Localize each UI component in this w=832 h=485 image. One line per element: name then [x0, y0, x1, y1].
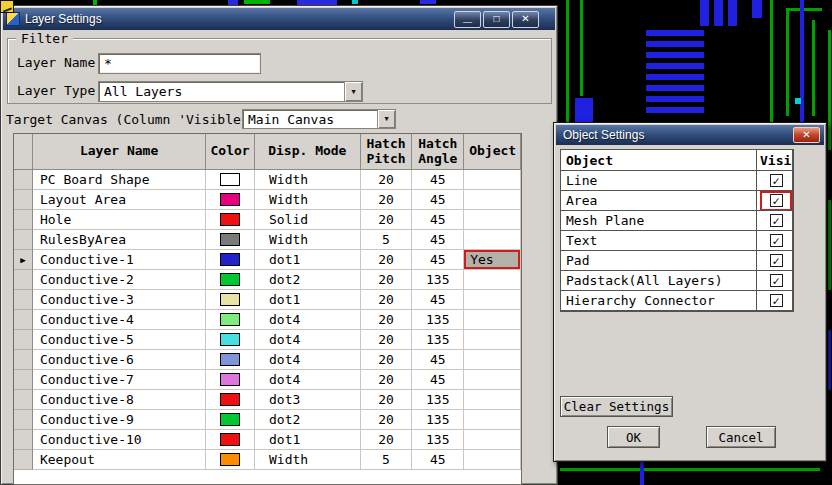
disp-mode-cell[interactable]: dot4 [255, 350, 361, 370]
object-settings-cell[interactable] [464, 230, 521, 250]
target-canvas-dropdown[interactable]: Main Canvas ▼ [242, 109, 396, 129]
close-button[interactable]: ✕ [793, 127, 820, 143]
object-settings-cell[interactable] [464, 210, 521, 230]
object-row[interactable]: Pad✓ [561, 251, 793, 271]
layer-row[interactable]: ▶Conductive-1dot12045Yes [14, 250, 521, 270]
color-swatch[interactable] [220, 393, 240, 406]
object-row[interactable]: Padstack(All Layers)✓ [561, 271, 793, 291]
hatch-angle-cell[interactable]: 45 [412, 210, 464, 230]
hatch-angle-cell[interactable]: 45 [412, 230, 464, 250]
hatch-pitch-cell[interactable]: 20 [361, 270, 413, 290]
row-selector[interactable] [14, 310, 33, 330]
cancel-button[interactable]: Cancel [706, 426, 776, 448]
layer-type-dropdown[interactable]: All Layers ▼ [98, 81, 363, 102]
object-settings-cell[interactable] [464, 350, 521, 370]
hatch-pitch-cell[interactable]: 5 [361, 230, 413, 250]
object-row[interactable]: Area✓ [561, 191, 793, 211]
object-settings-cell[interactable] [464, 310, 521, 330]
hatch-pitch-column-header[interactable]: Hatch Pitch [361, 134, 413, 170]
color-column-header[interactable]: Color [206, 134, 255, 170]
hatch-pitch-cell[interactable]: 5 [361, 450, 413, 470]
layer-row[interactable]: Conductive-8dot320135 [14, 390, 521, 410]
object-column-header[interactable]: Object [464, 134, 521, 170]
object-settings-cell[interactable] [464, 190, 521, 210]
hatch-angle-cell[interactable]: 45 [412, 170, 464, 190]
hatch-pitch-cell[interactable]: 20 [361, 250, 413, 270]
object-settings-cell[interactable] [464, 450, 521, 470]
row-selector[interactable] [14, 270, 33, 290]
color-swatch[interactable] [220, 273, 240, 286]
hatch-angle-cell[interactable]: 45 [412, 350, 464, 370]
object-settings-cell[interactable] [464, 290, 521, 310]
layer-settings-titlebar[interactable]: Layer Settings — □ ✕ [3, 8, 555, 30]
hatch-pitch-cell[interactable]: 20 [361, 390, 413, 410]
object-settings-cell[interactable] [464, 330, 521, 350]
color-swatch[interactable] [220, 433, 240, 446]
visible-checkbox[interactable]: ✓ [770, 274, 783, 287]
visible-column-header[interactable]: Visible [757, 150, 793, 171]
row-selector[interactable] [14, 350, 33, 370]
hatch-angle-cell[interactable]: 135 [412, 270, 464, 290]
clear-settings-button[interactable]: Clear Settings [560, 396, 673, 417]
object-settings-cell[interactable]: Yes [464, 250, 521, 270]
object-row[interactable]: Line✓ [561, 171, 793, 191]
layer-row[interactable]: Layout AreaWidth2045 [14, 190, 521, 210]
hatch-angle-cell[interactable]: 45 [412, 290, 464, 310]
hatch-pitch-cell[interactable]: 20 [361, 290, 413, 310]
hatch-angle-cell[interactable]: 135 [412, 430, 464, 450]
disp-mode-cell[interactable]: dot4 [255, 310, 361, 330]
disp-mode-cell[interactable]: Solid [255, 210, 361, 230]
color-swatch[interactable] [220, 233, 240, 246]
row-selector[interactable] [14, 390, 33, 410]
color-swatch[interactable] [220, 453, 240, 466]
hatch-pitch-cell[interactable]: 20 [361, 430, 413, 450]
object-settings-cell[interactable] [464, 390, 521, 410]
disp-mode-cell[interactable]: dot3 [255, 390, 361, 410]
hatch-pitch-cell[interactable]: 20 [361, 350, 413, 370]
visible-checkbox[interactable]: ✓ [770, 234, 783, 247]
row-selector[interactable] [14, 210, 33, 230]
hatch-angle-column-header[interactable]: Hatch Angle [412, 134, 464, 170]
object-settings-cell[interactable] [464, 170, 521, 190]
hatch-angle-cell[interactable]: 135 [412, 330, 464, 350]
layer-row[interactable]: Conductive-9dot220135 [14, 410, 521, 430]
disp-mode-cell[interactable]: dot1 [255, 430, 361, 450]
disp-mode-cell[interactable]: dot2 [255, 270, 361, 290]
layer-row[interactable]: Conductive-7dot42045 [14, 370, 521, 390]
hatch-pitch-cell[interactable]: 20 [361, 190, 413, 210]
object-settings-cell[interactable] [464, 370, 521, 390]
chevron-down-icon[interactable]: ▼ [377, 110, 395, 128]
layer-row[interactable]: Conductive-4dot420135 [14, 310, 521, 330]
hatch-pitch-cell[interactable]: 20 [361, 330, 413, 350]
disp-mode-cell[interactable]: dot4 [255, 370, 361, 390]
layer-row[interactable]: KeepoutWidth545 [14, 450, 521, 470]
hatch-pitch-cell[interactable]: 20 [361, 370, 413, 390]
color-swatch[interactable] [220, 173, 240, 186]
disp-mode-cell[interactable]: dot1 [255, 290, 361, 310]
visible-checkbox[interactable]: ✓ [770, 174, 783, 187]
hatch-angle-cell[interactable]: 45 [412, 190, 464, 210]
disp-mode-cell[interactable]: Width [255, 450, 361, 470]
disp-mode-cell[interactable]: dot1 [255, 250, 361, 270]
object-row[interactable]: Text✓ [561, 231, 793, 251]
minimize-button[interactable]: — [454, 11, 481, 28]
object-row[interactable]: Hierarchy Connector✓ [561, 291, 793, 311]
color-swatch[interactable] [220, 253, 240, 266]
visible-checkbox[interactable]: ✓ [770, 254, 783, 267]
object-column-header[interactable]: Object [561, 150, 757, 171]
maximize-button[interactable]: □ [483, 11, 510, 28]
disp-mode-cell[interactable]: Width [255, 230, 361, 250]
color-swatch[interactable] [220, 293, 240, 306]
hatch-pitch-cell[interactable]: 20 [361, 210, 413, 230]
hatch-angle-cell[interactable]: 135 [412, 310, 464, 330]
row-selector[interactable] [14, 430, 33, 450]
layer-row[interactable]: Conductive-6dot42045 [14, 350, 521, 370]
close-button[interactable]: ✕ [512, 11, 539, 28]
visible-checkbox[interactable]: ✓ [770, 194, 783, 207]
disp-mode-cell[interactable]: Width [255, 190, 361, 210]
visible-checkbox[interactable]: ✓ [770, 294, 783, 307]
hatch-pitch-cell[interactable]: 20 [361, 170, 413, 190]
row-selector[interactable] [14, 290, 33, 310]
hatch-angle-cell[interactable]: 135 [412, 390, 464, 410]
disp-mode-cell[interactable]: Width [255, 170, 361, 190]
